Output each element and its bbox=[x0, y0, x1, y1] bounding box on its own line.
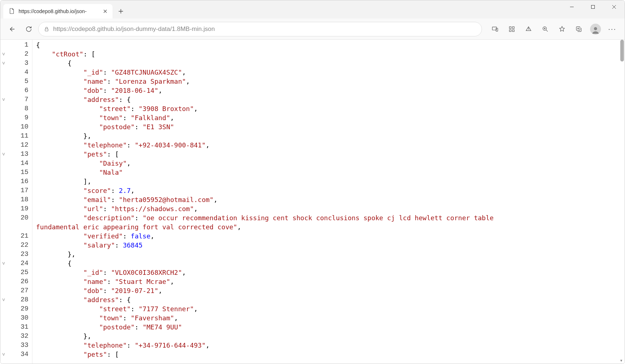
svg-rect-7 bbox=[513, 29, 514, 31]
toolbar-right: ··· bbox=[487, 22, 620, 36]
svg-rect-1 bbox=[45, 29, 48, 31]
svg-rect-3 bbox=[496, 28, 498, 31]
minimize-button[interactable] bbox=[561, 0, 582, 13]
read-aloud-icon[interactable] bbox=[521, 22, 537, 36]
content-area: vvvvvvv 12345678910111213141516171819202… bbox=[0, 40, 625, 364]
svg-rect-0 bbox=[592, 5, 595, 9]
url-text: https://codepo8.github.io/json-dummy-dat… bbox=[53, 25, 215, 33]
back-button[interactable] bbox=[5, 22, 19, 36]
apps-grid-icon[interactable] bbox=[504, 22, 520, 36]
collections-icon[interactable] bbox=[571, 22, 587, 36]
svg-rect-4 bbox=[509, 27, 511, 28]
scroll-down-arrow[interactable]: ▾ bbox=[619, 358, 624, 363]
page-icon bbox=[8, 8, 15, 15]
json-viewer: vvvvvvv 12345678910111213141516171819202… bbox=[0, 40, 625, 364]
browser-window: https://codepo8.github.io/json- bbox=[0, 0, 625, 364]
line-number-gutter: 1234567891011121314151617181920212223242… bbox=[7, 40, 32, 364]
close-tab-button[interactable] bbox=[102, 8, 109, 15]
refresh-button[interactable] bbox=[21, 22, 36, 36]
more-icon: ··· bbox=[608, 25, 617, 33]
lock-icon bbox=[44, 26, 50, 32]
toolbar: https://codepo8.github.io/json-dummy-dat… bbox=[0, 19, 625, 40]
window-controls bbox=[561, 0, 625, 15]
tab-strip: https://codepo8.github.io/json- bbox=[0, 0, 625, 19]
fold-gutter[interactable]: vvvvvvv bbox=[0, 40, 7, 364]
new-tab-button[interactable] bbox=[114, 4, 128, 18]
profile-avatar[interactable] bbox=[590, 24, 601, 35]
svg-rect-6 bbox=[509, 29, 511, 31]
maximize-button[interactable] bbox=[582, 0, 604, 13]
close-window-button[interactable] bbox=[604, 0, 625, 13]
scroll-thumb[interactable] bbox=[620, 40, 624, 62]
browser-tab[interactable]: https://codepo8.github.io/json- bbox=[3, 4, 112, 19]
svg-rect-5 bbox=[513, 27, 514, 28]
tab-title: https://codepo8.github.io/json- bbox=[19, 8, 98, 14]
svg-point-10 bbox=[594, 27, 597, 30]
favorite-icon[interactable] bbox=[554, 22, 570, 36]
device-view-icon[interactable] bbox=[487, 22, 503, 36]
vertical-scrollbar[interactable]: ▾ bbox=[619, 40, 624, 364]
settings-menu-button[interactable]: ··· bbox=[604, 22, 620, 36]
json-code[interactable]: { "ctRoot": [ { "_id": "GZ48TCJNUAGX4SZC… bbox=[32, 40, 625, 364]
zoom-icon[interactable] bbox=[537, 22, 553, 36]
address-bar[interactable]: https://codepo8.github.io/json-dummy-dat… bbox=[38, 22, 482, 36]
